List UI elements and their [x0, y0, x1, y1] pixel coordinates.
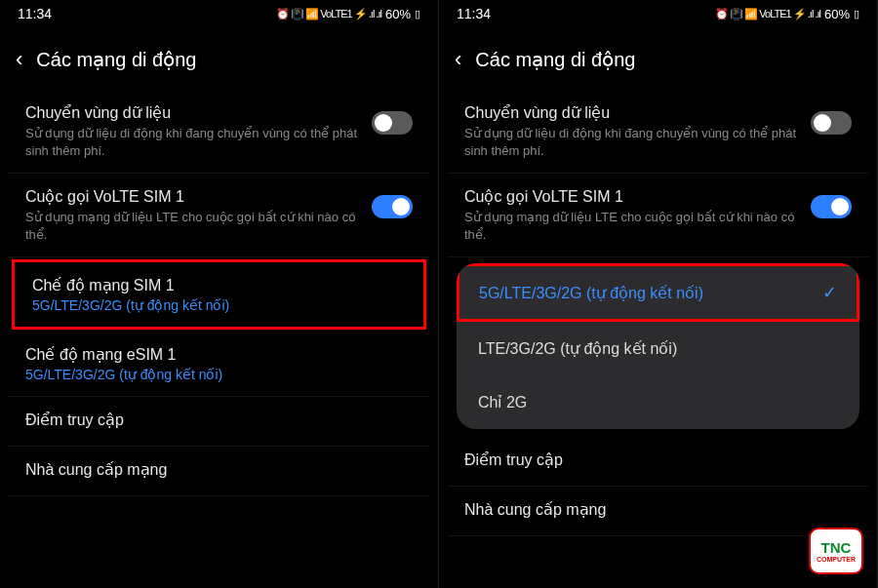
highlight-annotation: Chế độ mạng SIM 1 5G/LTE/3G/2G (tự động …: [12, 259, 426, 330]
network-mode-esim1[interactable]: Chế độ mạng eSIM 1 5G/LTE/3G/2G (tự động…: [8, 332, 430, 397]
settings-list: Chuyển vùng dữ liệu Sử dụng dữ liệu di đ…: [0, 90, 438, 496]
mode-esim1-title: Chế độ mạng eSIM 1: [25, 345, 413, 364]
status-icons: ⏰ 📳 📶 VoLTE1 ⚡ .ıl .ıl: [276, 8, 381, 20]
battery-percent: 60%: [385, 7, 411, 21]
page-title: Các mạng di động: [36, 48, 196, 71]
status-indicators: ⏰ 📳 📶 VoLTE1 ⚡ .ıl .ıl 60% ▯: [276, 7, 420, 21]
volte-title: Cuộc gọi VoLTE SIM 1: [464, 187, 799, 206]
carrier-title: Nhà cung cấp mạng: [464, 500, 852, 519]
left-screen: 11:34 ⏰ 📳 📶 VoLTE1 ⚡ .ıl .ıl 60% ▯ ‹ Các…: [0, 0, 439, 588]
roaming-desc: Sử dụng dữ liệu di động khi đang chuyển …: [25, 125, 360, 159]
roaming-toggle[interactable]: [811, 111, 852, 135]
page-title: Các mạng di động: [475, 48, 635, 71]
status-time: 11:34: [18, 6, 52, 21]
apn-setting[interactable]: Điểm truy cập: [8, 397, 430, 447]
watermark-subtext: COMPUTER: [817, 556, 856, 563]
dropdown-option-2g[interactable]: Chỉ 2G: [457, 375, 859, 429]
settings-list: Chuyển vùng dữ liệu Sử dụng dữ liệu di đ…: [439, 90, 877, 536]
back-icon[interactable]: ‹: [455, 47, 461, 72]
apn-setting[interactable]: Điểm truy cập: [447, 437, 869, 487]
apn-title: Điểm truy cập: [464, 451, 852, 469]
option-label: LTE/3G/2G (tự động kết nối): [478, 339, 677, 358]
option-label: 5G/LTE/3G/2G (tự động kết nối): [479, 284, 703, 302]
volte-desc: Sử dụng mạng dữ liệu LTE cho cuộc gọi bấ…: [25, 209, 360, 243]
apn-title: Điểm truy cập: [25, 411, 413, 429]
right-screen: 11:34 ⏰ 📳 📶 VoLTE1 ⚡ .ıl .ıl 60% ▯ ‹ Các…: [439, 0, 878, 588]
carrier-title: Nhà cung cấp mạng: [25, 460, 413, 479]
watermark-logo: TNC COMPUTER: [809, 528, 863, 574]
volte-setting[interactable]: Cuộc gọi VoLTE SIM 1 Sử dụng mạng dữ liệ…: [8, 174, 430, 257]
watermark-text: TNC: [821, 540, 852, 555]
dropdown-option-lte[interactable]: LTE/3G/2G (tự động kết nối): [457, 322, 859, 375]
volte-setting[interactable]: Cuộc gọi VoLTE SIM 1 Sử dụng mạng dữ liệ…: [447, 174, 869, 257]
dropdown-option-5g[interactable]: 5G/LTE/3G/2G (tự động kết nối) ✓: [459, 266, 857, 319]
mode-esim1-value: 5G/LTE/3G/2G (tự động kết nối): [25, 367, 413, 382]
battery-percent: 60%: [824, 7, 850, 21]
roaming-title: Chuyển vùng dữ liệu: [464, 103, 799, 122]
status-bar: 11:34 ⏰ 📳 📶 VoLTE1 ⚡ .ıl .ıl 60% ▯: [439, 0, 877, 25]
roaming-toggle[interactable]: [372, 111, 413, 135]
volte-toggle[interactable]: [372, 195, 413, 218]
network-mode-sim1[interactable]: Chế độ mạng SIM 1 5G/LTE/3G/2G (tự động …: [15, 262, 423, 327]
battery-icon: ▯: [854, 8, 859, 20]
roaming-desc: Sử dụng dữ liệu di động khi đang chuyển …: [464, 125, 799, 159]
network-mode-dropdown: 5G/LTE/3G/2G (tự động kết nối) ✓ LTE/3G/…: [457, 263, 859, 429]
carrier-setting[interactable]: Nhà cung cấp mạng: [8, 447, 430, 496]
status-time: 11:34: [457, 6, 491, 21]
volte-toggle[interactable]: [811, 195, 852, 218]
mode-sim1-title: Chế độ mạng SIM 1: [32, 276, 406, 294]
mode-sim1-value: 5G/LTE/3G/2G (tự động kết nối): [32, 297, 406, 313]
status-indicators: ⏰ 📳 📶 VoLTE1 ⚡ .ıl .ıl 60% ▯: [715, 7, 859, 21]
roaming-setting[interactable]: Chuyển vùng dữ liệu Sử dụng dữ liệu di đ…: [8, 90, 430, 174]
check-icon: ✓: [822, 282, 837, 303]
status-icons: ⏰ 📳 📶 VoLTE1 ⚡ .ıl .ıl: [715, 8, 820, 20]
volte-desc: Sử dụng mạng dữ liệu LTE cho cuộc gọi bấ…: [464, 209, 799, 243]
status-bar: 11:34 ⏰ 📳 📶 VoLTE1 ⚡ .ıl .ıl 60% ▯: [0, 0, 438, 25]
highlight-annotation: 5G/LTE/3G/2G (tự động kết nối) ✓: [457, 263, 859, 322]
option-label: Chỉ 2G: [478, 393, 527, 412]
battery-icon: ▯: [415, 8, 420, 20]
back-icon[interactable]: ‹: [16, 47, 22, 72]
roaming-setting[interactable]: Chuyển vùng dữ liệu Sử dụng dữ liệu di đ…: [447, 90, 869, 174]
volte-title: Cuộc gọi VoLTE SIM 1: [25, 187, 360, 206]
carrier-setting[interactable]: Nhà cung cấp mạng: [447, 487, 869, 536]
header: ‹ Các mạng di động: [0, 25, 438, 90]
header: ‹ Các mạng di động: [439, 25, 877, 90]
roaming-title: Chuyển vùng dữ liệu: [25, 103, 360, 122]
